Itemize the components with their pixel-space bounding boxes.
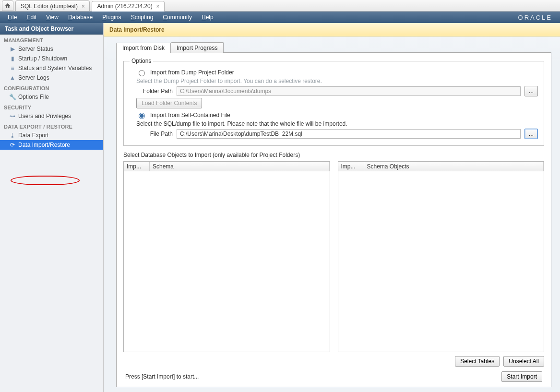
col-import[interactable]: Imp... [124, 162, 150, 171]
section-security: SECURITY [0, 102, 103, 111]
tab-label: SQL Editor (dumptest) [21, 3, 78, 10]
play-icon: ▶ [9, 46, 16, 52]
section-management: MANAGEMENT [0, 35, 103, 44]
sidebar-item-label: Data Import/Restore [11, 142, 70, 148]
sidebar-item-label: Status and System Variables [11, 65, 92, 71]
key-icon: ⊶ [9, 113, 16, 119]
sidebar-item-label: Server Status [11, 46, 53, 52]
sidebar-item-data-import-restore[interactable]: ⟳ Data Import/Restore [0, 140, 103, 150]
folder-path-input[interactable] [177, 86, 521, 96]
sidebar-item-label: Startup / Shutdown [11, 55, 67, 62]
sidebar-item-options-file[interactable]: 🔧 Options File [0, 92, 103, 102]
listview-body [124, 171, 330, 352]
radio-import-folder[interactable] [139, 70, 145, 76]
menu-help[interactable]: Help [197, 12, 218, 23]
sidebar-item-label: Users and Privileges [11, 113, 71, 119]
file-path-label: File Path [136, 131, 173, 137]
close-icon[interactable]: × [156, 3, 159, 9]
schemas-listview[interactable]: Imp... Schema [123, 161, 330, 352]
tab-admin[interactable]: Admin (216.22.34.20) × [92, 1, 165, 12]
sidebar-item-label: Options File [11, 94, 49, 100]
menu-file[interactable]: File [3, 12, 22, 23]
sidebar-item-server-logs[interactable]: ▲ Server Logs [0, 73, 103, 83]
options-legend: Options [130, 58, 153, 64]
load-folder-contents-button[interactable]: Load Folder Contents [136, 98, 202, 108]
menu-community[interactable]: Community [158, 12, 197, 23]
sidebar-item-status-variables[interactable]: ≡ Status and System Variables [0, 63, 103, 73]
tab-label: Admin (216.22.34.20) [97, 3, 152, 10]
status-text: Press [Start Import] to start... [125, 373, 199, 380]
folder-path-label: Folder Path [136, 88, 173, 95]
radio-import-file[interactable] [139, 113, 145, 119]
unselect-all-button[interactable]: Unselect All [503, 356, 544, 367]
home-button[interactable] [2, 0, 13, 11]
inner-tabs: Import from Disk Import Progress [116, 41, 551, 53]
window-tabs-bar: SQL Editor (dumptest) × Admin (216.22.34… [0, 0, 560, 12]
tab-sql-editor[interactable]: SQL Editor (dumptest) × [15, 0, 90, 11]
select-tables-button[interactable]: Select Tables [455, 356, 500, 367]
sidebar-item-data-export[interactable]: ⭳ Data Export [0, 131, 103, 140]
annotation-highlight [11, 176, 80, 185]
wrench-icon: 🔧 [9, 94, 16, 100]
menu-bar: File Edit View Database Plugins Scriptin… [0, 12, 560, 23]
menu-edit[interactable]: Edit [22, 12, 41, 23]
browse-folder-button[interactable]: ... [524, 86, 538, 96]
alert-icon: ▲ [9, 74, 16, 81]
start-import-button[interactable]: Start Import [501, 371, 542, 382]
col-import[interactable]: Imp... [338, 162, 364, 171]
download-icon: ⭳ [9, 132, 16, 139]
close-icon[interactable]: × [82, 3, 84, 9]
menu-view[interactable]: View [41, 12, 63, 23]
radio-label: Import from Self-Contained File [150, 112, 230, 119]
page-title: Data Import/Restore [104, 23, 560, 36]
file-hint: Select the SQL/dump file to import. Plea… [136, 120, 538, 127]
tab-content: Options Import from Dump Project Folder … [116, 52, 551, 387]
server-icon: ▮ [9, 55, 16, 62]
tab-import-from-disk[interactable]: Import from Disk [116, 43, 171, 53]
listview-body [338, 171, 544, 352]
tab-import-progress[interactable]: Import Progress [171, 42, 224, 53]
menu-plugins[interactable]: Plugins [97, 12, 126, 23]
folder-hint: Select the Dump Project Folder to import… [136, 78, 538, 84]
section-configuration: CONFIGURATION [0, 83, 103, 92]
options-fieldset: Options Import from Dump Project Folder … [123, 58, 544, 146]
schema-objects-listview[interactable]: Imp... Schema Objects [338, 161, 545, 352]
main-panel: Data Import/Restore Import from Disk Imp… [104, 23, 560, 392]
section-data-export-restore: DATA EXPORT / RESTORE [0, 121, 103, 131]
sidebar-item-label: Server Logs [11, 74, 49, 81]
brand-logo: ORACLE [518, 14, 557, 21]
file-path-input[interactable] [177, 129, 521, 139]
home-icon [4, 2, 11, 9]
sidebar-item-startup-shutdown[interactable]: ▮ Startup / Shutdown [0, 54, 103, 63]
radio-label: Import from Dump Project Folder [150, 69, 234, 76]
refresh-icon: ⟳ [9, 142, 16, 148]
menu-database[interactable]: Database [63, 12, 97, 23]
sidebar-item-server-status[interactable]: ▶ Server Status [0, 44, 103, 54]
list-icon: ≡ [9, 65, 16, 71]
sidebar: Task and Object Browser MANAGEMENT ▶ Ser… [0, 23, 104, 392]
sidebar-item-users-privileges[interactable]: ⊶ Users and Privileges [0, 111, 103, 121]
sidebar-title: Task and Object Browser [0, 23, 103, 35]
col-schema-objects[interactable]: Schema Objects [364, 162, 544, 171]
select-db-objects-title: Select Database Objects to Import (only … [123, 152, 544, 158]
col-schema[interactable]: Schema [150, 162, 330, 171]
browse-file-button[interactable]: ... [524, 129, 538, 139]
menu-scripting[interactable]: Scripting [126, 12, 158, 23]
